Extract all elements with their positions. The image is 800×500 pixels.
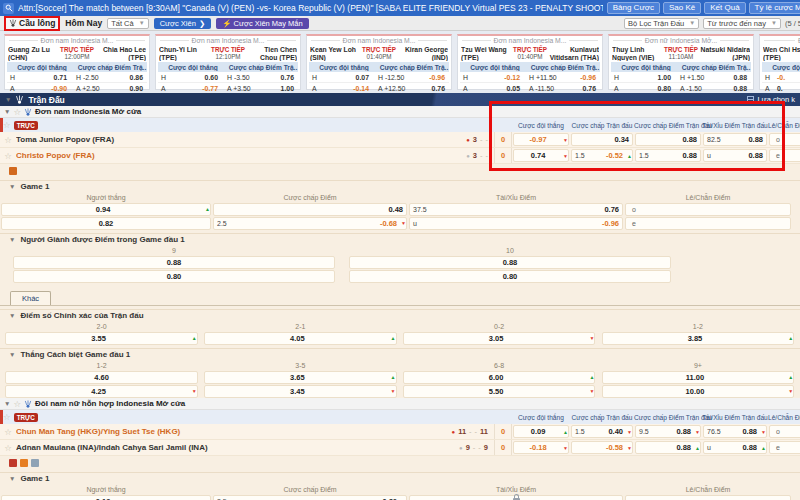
odds-cell[interactable]: o [769, 425, 800, 438]
odds-cell[interactable]: 3.85▲ [602, 332, 794, 345]
odds-cell[interactable]: 10.00▼ [602, 385, 794, 398]
match-card[interactable]: Đơn nữ Indonesia M...Wen Chi Hsu (TPE)TR… [759, 34, 800, 90]
handicap-odds[interactable]: 1.00 [265, 85, 298, 92]
money-line-odds[interactable]: 0.80 [624, 85, 676, 92]
collapse-chevron-icon[interactable]: ▼ [4, 400, 10, 407]
odds-cell[interactable]: 0.48 [213, 203, 407, 216]
lucky-parlay-button[interactable]: ⚡Cược Xiên May Mắn [216, 18, 309, 29]
money-line-odds[interactable]: 0. [775, 85, 800, 92]
handicap-odds[interactable]: 0.76 [265, 74, 298, 81]
odds-cell[interactable]: 6.00▲ [403, 371, 595, 384]
match-card[interactable]: Đơn nữ Indonesia Mở...Thuy Linh Nguyen (… [608, 34, 754, 90]
odds-cell[interactable]: 3.55▲ [5, 332, 197, 345]
topbar-button-2[interactable]: Kết Quả [704, 2, 745, 14]
odds-cell[interactable]: e [625, 217, 791, 230]
favorite-star-icon[interactable]: ☆ [0, 151, 16, 161]
odds-cell[interactable]: u0.88 [703, 149, 767, 162]
odds-cell[interactable]: 0.88 [13, 256, 335, 269]
money-line-odds[interactable]: -0.12 [473, 74, 525, 81]
match-card[interactable]: Đơn nam Indonesia M...Guang Zu Lu (CHN)T… [4, 34, 150, 90]
money-line-odds[interactable]: 0.60 [171, 74, 223, 81]
collapse-chevron-icon[interactable]: ▼ [4, 108, 10, 115]
money-line-odds[interactable]: -0.90 [20, 85, 72, 92]
tab-other-markets[interactable]: Khác [10, 291, 51, 305]
section-header[interactable]: ▼Thắng Cách biệt Game đầu 1 [0, 348, 800, 360]
odds-cell[interactable]: 1.5-0.52▲ [571, 149, 633, 162]
collapse-chevron-icon[interactable]: ▼ [5, 96, 11, 103]
odds-cell[interactable]: 1.50.40▼ [571, 425, 633, 438]
odds-cell[interactable]: -0.97▼ [513, 133, 569, 146]
odds-cell[interactable]: 0.94▲ [1, 203, 211, 216]
odds-cell[interactable]: 4.25▼ [5, 385, 197, 398]
handicap-odds[interactable]: 0.90 [114, 85, 147, 92]
odds-cell[interactable]: 76.50.88▼ [703, 425, 767, 438]
odds-cell[interactable]: o [625, 495, 791, 500]
odds-cell[interactable]: 0.34 [571, 133, 633, 146]
odds-cell[interactable]: 0.88 [349, 256, 671, 269]
sport-selector[interactable]: Cầu lông [4, 16, 60, 31]
favorite-star-icon[interactable]: ☆ [13, 107, 21, 117]
handicap-odds[interactable]: 0.76 [416, 85, 449, 92]
money-line-odds[interactable]: 1.00 [624, 74, 676, 81]
favorite-star-icon[interactable]: ☆ [0, 443, 16, 453]
time-filter-dropdown[interactable]: Từ trước đến nay▼ [703, 18, 781, 29]
collapse-chevron-icon[interactable]: ▼ [9, 312, 15, 319]
match-type-dropdown[interactable]: Tất Cả▼ [107, 18, 148, 29]
odds-cell[interactable]: e [769, 149, 800, 162]
odds-cell[interactable]: -0.58▼ [571, 441, 633, 454]
favorite-star-icon[interactable]: ☆ [3, 412, 11, 422]
odds-cell[interactable]: 0.82 [1, 217, 211, 230]
odds-cell[interactable]: 0.88▲ [635, 441, 701, 454]
odds-cell[interactable]: 2.5-0.68▼ [213, 217, 407, 230]
favorite-star-icon[interactable]: ☆ [0, 135, 16, 145]
handicap-odds[interactable]: -0.96 [416, 74, 449, 81]
topbar-button-1[interactable]: Sao Kê [663, 2, 701, 14]
money-line-odds[interactable]: -0.14 [322, 85, 374, 92]
money-line-odds[interactable]: -0. [775, 74, 800, 81]
odds-cell[interactable]: 0.74▼ [513, 149, 569, 162]
market-icon-0[interactable] [9, 167, 17, 175]
search-icon[interactable] [3, 3, 14, 14]
odds-cell[interactable]: 9.50.88▼ [635, 425, 701, 438]
odds-cell[interactable]: 0.88 [635, 133, 701, 146]
topbar-button-3[interactable]: Tỷ lệ cược MA [749, 2, 800, 14]
odds-cell[interactable]: 3.65▲ [204, 371, 396, 384]
odds-cell[interactable]: o [625, 203, 791, 216]
league-header[interactable]: ▼☆Đơn nam Indonesia Mở cửa [0, 106, 800, 118]
handicap-odds[interactable]: 0.86 [114, 74, 147, 81]
odds-cell[interactable]: 3.05▼ [403, 332, 595, 345]
favorite-star-icon[interactable]: ☆ [3, 120, 11, 130]
odds-cell[interactable]: 0.09▲ [513, 425, 569, 438]
odds-cell[interactable]: o [769, 133, 800, 146]
match-card[interactable]: Đơn nam Indonesia M...Kean Yew Loh (SIN)… [306, 34, 452, 90]
money-line-odds[interactable]: 0.05 [473, 85, 525, 92]
odds-cell[interactable] [409, 495, 623, 500]
odds-cell[interactable]: 37.50.76 [409, 203, 623, 216]
odds-cell[interactable]: 4.60 [5, 371, 197, 384]
odds-cell[interactable]: 3.50.82▼ [213, 495, 407, 500]
topbar-button-0[interactable]: Bảng Cược [607, 2, 660, 14]
odds-cell[interactable]: 0.19▲ [1, 495, 211, 500]
odds-cell[interactable]: 1.50.88 [635, 149, 701, 162]
handicap-odds[interactable]: 0.88 [718, 85, 751, 92]
favorite-star-icon[interactable]: ☆ [0, 427, 16, 437]
money-line-odds[interactable]: -0.77 [171, 85, 223, 92]
money-line-odds[interactable]: 0.71 [20, 74, 72, 81]
section-header[interactable]: ▼Game 1 [0, 472, 800, 484]
league-header[interactable]: ▼☆Đôi nam nữ hỗn hợp Indonesia Mở cửa [0, 398, 800, 410]
odds-cell[interactable]: 82.50.88 [703, 133, 767, 146]
handicap-odds[interactable]: 0.76 [567, 85, 600, 92]
collapse-chevron-icon[interactable]: ▼ [9, 351, 15, 358]
match-filter-dropdown[interactable]: Bộ Lọc Trận Đấu▼ [624, 18, 699, 29]
handicap-odds[interactable]: -0.96 [567, 74, 600, 81]
match-card[interactable]: Đơn nam Indonesia M...Chun-Yi Lin (TPE)T… [155, 34, 301, 90]
odds-cell[interactable]: -0.18▼ [513, 441, 569, 454]
more-selections[interactable]: Lựa chọn k [747, 95, 795, 104]
market-icon-1[interactable] [20, 459, 28, 467]
odds-cell[interactable]: 5.50▼ [403, 385, 595, 398]
favorite-star-icon[interactable]: ☆ [13, 399, 21, 409]
parlay-button[interactable]: Cược Xiên❯ [154, 18, 212, 29]
market-icon-2[interactable] [31, 459, 39, 467]
section-header[interactable]: ▼Người Giành được Điểm trong Game đầu 1 [0, 233, 800, 245]
odds-cell[interactable]: 0.80 [349, 270, 671, 283]
